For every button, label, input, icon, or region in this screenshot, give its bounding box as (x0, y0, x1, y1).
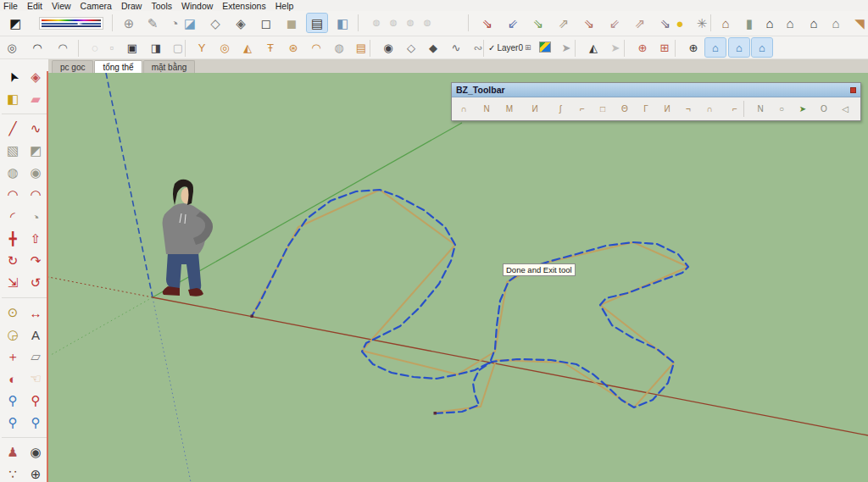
bz-multiline-icon[interactable]: M (503, 102, 516, 115)
face-style-shaded-cube-icon[interactable]: ◪ (180, 14, 200, 32)
sketchup-logo-icon[interactable]: ◩ (5, 14, 25, 32)
render-image-icon[interactable]: ▫ (102, 38, 122, 57)
move-tool-icon[interactable]: ╋ (2, 228, 25, 250)
section-planes-icon[interactable]: ⌂ (729, 38, 749, 57)
face-style-hiddenline-cube-icon[interactable]: ◻ (256, 14, 276, 32)
eraser-icon[interactable]: ▰ (25, 88, 47, 110)
watermark-icon-4[interactable]: ◍ (417, 14, 437, 32)
teapot-interactive-icon[interactable]: ◠ (53, 38, 73, 57)
wing-arrow-icon[interactable]: ◥ (849, 14, 868, 32)
spot-light-icon[interactable]: ◭ (237, 38, 258, 57)
bz-corner2-icon[interactable]: ¬ (682, 102, 695, 115)
paint-bucket-icon[interactable]: ◧ (2, 88, 25, 110)
axes-tool-icon[interactable]: ＋ (2, 346, 25, 368)
align-axes-green-icon[interactable]: ⇘ (528, 14, 548, 32)
bz-circle-icon[interactable]: ○ (775, 102, 788, 115)
asterisk-icon[interactable]: ✳ (692, 14, 712, 32)
menu-item-view[interactable]: View (52, 1, 71, 11)
text-tool-icon[interactable]: A (25, 324, 47, 346)
arc-tool-icon[interactable]: ◠ (2, 184, 25, 206)
physical-camera-icon[interactable]: ◉ (378, 38, 398, 57)
menu-item-window[interactable]: Window (181, 1, 213, 11)
small-arrow-icon[interactable]: ➤ (605, 38, 626, 57)
close-icon[interactable] (850, 87, 856, 93)
offset-tool-icon[interactable]: ↺ (25, 272, 47, 294)
bz-arc-icon[interactable]: ∩ (457, 102, 470, 115)
bz-toolbar-window[interactable]: BZ_Toolbar ∩NMИʃ⌐□ΘΓИ¬∩⌐N○➤O◁ (451, 82, 861, 121)
zoom-tool-icon[interactable]: ⚲ (2, 390, 25, 412)
layer-dropdown[interactable]: ✓ Layer0 ⊞ (487, 40, 536, 55)
protractor-icon[interactable]: ◶ (2, 324, 25, 346)
previous-view-icon[interactable]: ⚲ (25, 412, 47, 434)
bz-arc3-icon[interactable]: ⌐ (728, 102, 742, 115)
model-info-icon[interactable]: ⊕ (119, 14, 139, 32)
section-display-icon[interactable]: ⌂ (705, 38, 726, 57)
scene-tab[interactable]: pc goc (52, 60, 93, 73)
walk-tool-icon[interactable]: ∵ (2, 463, 25, 482)
follow-me-icon[interactable]: ↷ (25, 250, 47, 272)
rotated-rectangle-icon[interactable]: ◩ (25, 140, 47, 162)
bz-pencil-icon[interactable]: ➤ (796, 102, 810, 115)
face-style-monochrome-cube-icon[interactable]: ◼ (281, 14, 302, 32)
house-flat-roof-icon[interactable]: ⌂ (780, 14, 800, 32)
position-camera-icon[interactable]: ♟ (2, 441, 25, 463)
rotate-tool-icon[interactable]: ↻ (2, 250, 25, 272)
menu-item-extensions[interactable]: Extensions (222, 1, 265, 11)
ies-light-icon[interactable]: Ŧ (260, 38, 281, 57)
zoom-window-icon[interactable]: ⚲ (25, 390, 47, 412)
align-axes-red-icon[interactable]: ⇘ (477, 14, 498, 32)
cabinet-icon[interactable]: ▮ (739, 14, 760, 32)
pan-tool-icon[interactable]: ☜ (25, 368, 47, 390)
bz-zigzag2-icon[interactable]: И (660, 102, 674, 115)
select-cursor-icon[interactable]: ➤ (556, 38, 576, 57)
polygon-tool-icon[interactable]: ◉ (25, 162, 47, 184)
look-around-icon[interactable]: ◉ (25, 441, 47, 463)
bz-oval-icon[interactable]: O (817, 102, 831, 115)
dimension-icon[interactable]: ↔ (25, 302, 47, 324)
tape-measure-icon[interactable]: ⊙ (2, 302, 25, 324)
omni-light-icon[interactable]: ⊛ (283, 38, 303, 57)
coin-icon[interactable]: ● (670, 14, 690, 32)
menu-item-help[interactable]: Help (275, 1, 294, 11)
orbit-tool-icon[interactable]: ◐ (2, 368, 25, 390)
circle-tool-icon[interactable]: ◍ (2, 162, 25, 184)
align-axes-tan-icon[interactable]: ⇗ (554, 14, 574, 32)
face-style-shaded-textures-cube-icon[interactable]: ◧ (332, 14, 353, 32)
model-viewport[interactable]: BZ_Toolbar ∩NMИʃ⌐□ΘΓИ¬∩⌐N○➤O◁ Done and E… (48, 73, 868, 482)
frame-buffer-icon[interactable]: ▣ (122, 38, 142, 57)
batch-render-icon[interactable]: ◨ (146, 38, 166, 57)
bz-hump-icon[interactable]: ∩ (703, 102, 716, 115)
section-plane-icon[interactable]: ▱ (25, 346, 47, 368)
freehand-tool-icon[interactable]: ∿ (25, 118, 47, 140)
three-point-arc-icon[interactable]: ◜ (2, 206, 25, 228)
make-component-icon[interactable]: ◈ (25, 66, 47, 88)
scene-tab[interactable]: tổng thể (94, 60, 142, 73)
face-style-textured-cube-icon[interactable]: ▤ (307, 14, 327, 32)
scene-tab[interactable]: mặt bằng (143, 60, 196, 73)
teapot-render-icon[interactable]: ◠ (27, 38, 47, 57)
vray-icon[interactable]: ◎ (2, 38, 22, 57)
style-edit-icon[interactable]: ✎ (142, 14, 163, 32)
fur-icon[interactable]: ∿ (446, 38, 466, 57)
bz-curve2-icon[interactable]: Γ (639, 102, 653, 115)
style-ruler-widget[interactable] (39, 17, 103, 30)
align-axes-rust-icon[interactable]: ⇘ (579, 14, 599, 32)
bz-edit-icon[interactable]: N (754, 102, 767, 115)
bz-zigzag-icon[interactable]: И (528, 102, 542, 115)
house-door-icon[interactable]: ⌂ (760, 14, 780, 32)
bz-toolbar-titlebar[interactable]: BZ_Toolbar (452, 83, 860, 97)
face-style-wireframe-cube-icon[interactable]: ◈ (231, 14, 251, 32)
sphere-gray-icon[interactable]: ◍ (329, 38, 349, 57)
align-axes-blue-icon[interactable]: ⇙ (503, 14, 523, 32)
face-style-xray-cube-icon[interactable]: ◇ (205, 14, 225, 32)
mesh-light-icon[interactable]: ▤ (351, 38, 371, 57)
materials-gradient-icon[interactable] (539, 42, 551, 53)
pie-tool-icon[interactable]: ◔ (25, 206, 47, 228)
component-target-icon[interactable]: ⊕ (632, 38, 653, 57)
infinite-plane-icon[interactable]: ◇ (401, 38, 421, 57)
bz-square-icon[interactable]: □ (596, 102, 609, 115)
push-pull-icon[interactable]: ⇧ (25, 228, 47, 250)
align-axes-rose-icon[interactable]: ⇙ (604, 14, 625, 32)
rectangle-tool-icon[interactable]: ▧ (2, 140, 25, 162)
house-gray-roof-icon[interactable]: ⌂ (826, 14, 846, 32)
